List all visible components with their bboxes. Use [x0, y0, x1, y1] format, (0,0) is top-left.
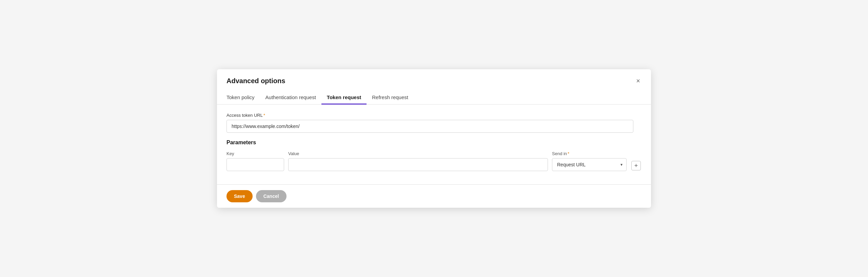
modal-header: Advanced options ×	[217, 69, 651, 86]
cancel-button[interactable]: Cancel	[256, 190, 287, 202]
modal-footer: Save Cancel	[217, 184, 651, 208]
sendin-required-star: *	[568, 151, 569, 156]
param-value-col: Value	[288, 151, 548, 171]
save-button[interactable]: Save	[226, 190, 253, 202]
param-sendin-label: Send in*	[552, 151, 627, 156]
tab-authentication-request[interactable]: Authentication request	[260, 91, 321, 105]
tab-token-policy[interactable]: Token policy	[226, 91, 260, 105]
access-token-url-input[interactable]	[226, 120, 633, 133]
parameters-section: Parameters Key Value Send in*	[226, 140, 642, 171]
param-value-input[interactable]	[288, 158, 548, 171]
param-key-col: Key	[226, 151, 284, 171]
tab-token-request[interactable]: Token request	[321, 91, 367, 105]
send-in-select[interactable]: Request URL Request Body Request Headers	[552, 158, 627, 171]
access-token-url-group: Access token URL*	[226, 113, 633, 133]
tab-refresh-request[interactable]: Refresh request	[367, 91, 414, 105]
tabs-bar: Token policy Authentication request Toke…	[217, 91, 651, 105]
modal-body: Access token URL* Parameters Key Value	[217, 105, 651, 184]
parameters-row: Key Value Send in* Request URL	[226, 151, 642, 171]
modal-title: Advanced options	[226, 77, 285, 85]
send-in-select-wrapper: Request URL Request Body Request Headers…	[552, 158, 627, 171]
add-parameter-button[interactable]: +	[631, 161, 641, 170]
param-add-col: +	[631, 161, 642, 171]
close-button[interactable]: ×	[635, 76, 642, 86]
required-star: *	[263, 113, 265, 118]
param-value-label: Value	[288, 151, 548, 156]
param-key-label: Key	[226, 151, 284, 156]
param-key-input[interactable]	[226, 158, 284, 171]
access-token-url-label: Access token URL*	[226, 113, 633, 118]
advanced-options-modal: Advanced options × Token policy Authenti…	[217, 69, 651, 208]
parameters-title: Parameters	[226, 140, 642, 146]
param-sendin-col: Send in* Request URL Request Body Reques…	[552, 151, 627, 171]
